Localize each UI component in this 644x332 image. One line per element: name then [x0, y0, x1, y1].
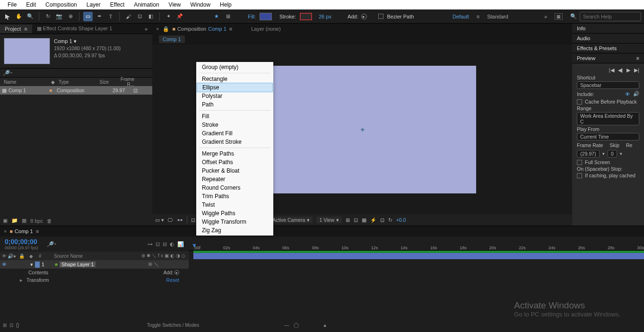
menu-layer[interactable]: Layer	[82, 0, 105, 9]
col-source[interactable]: Source Name	[54, 253, 83, 259]
panel-menu-icon[interactable]: ≡	[24, 26, 27, 32]
close-tab-icon[interactable]: ×	[156, 26, 159, 32]
ctx-item-gradient-fill[interactable]: Gradient Fill	[196, 129, 273, 138]
time-ruler[interactable]: ▼ :00f 02s 04s 06s 08s 10s 12s 14s 16s 1…	[189, 236, 644, 251]
layer-name[interactable]: Shape Layer 1	[60, 262, 96, 267]
tab-effect-controls[interactable]: ▦ Effect Controls Shape Layer 1	[32, 24, 117, 33]
lock-icon[interactable]: 🔒	[19, 253, 25, 259]
ifcaching-checkbox[interactable]	[577, 173, 582, 178]
col-type[interactable]: Type	[57, 79, 92, 85]
tab-project[interactable]: Project ≡	[0, 25, 32, 33]
stroke-swatch[interactable]	[300, 13, 312, 20]
ctx-item-group-empty-[interactable]: Group (empty)	[196, 63, 273, 71]
rectangle-tool[interactable]: ▭	[83, 12, 93, 21]
ctx-item-path[interactable]: Path	[196, 100, 273, 109]
label-col[interactable]: ◆	[29, 253, 39, 259]
refresh-icon[interactable]: ↻	[388, 217, 392, 223]
selection-tool[interactable]	[3, 12, 12, 21]
panel-menu-icon[interactable]: ≡	[636, 55, 639, 61]
graph-editor-icon[interactable]: 📊	[177, 241, 184, 247]
ctx-item-wiggle-paths[interactable]: Wiggle Paths	[196, 209, 273, 218]
toggle-icon[interactable]: ⊡	[9, 323, 13, 328]
col-size[interactable]: Size	[92, 79, 111, 85]
ctx-item-merge-paths[interactable]: Merge Paths	[196, 149, 273, 158]
ctx-item-round-corners[interactable]: Round Corners	[196, 183, 273, 192]
comp-tab-name[interactable]: Comp 1	[208, 26, 226, 32]
grid-icon[interactable]: ⊞	[223, 12, 233, 21]
roto-tool[interactable]: ✦	[164, 12, 173, 21]
lock-icon[interactable]: 🔒	[163, 26, 169, 32]
comp-breadcrumb[interactable]: Comp 1	[159, 35, 185, 43]
menu-effect[interactable]: Effect	[105, 0, 129, 9]
expand-icon[interactable]: ⊞	[3, 323, 7, 328]
playfrom-select[interactable]: Current Time	[577, 133, 639, 140]
menu-window[interactable]: Window	[185, 0, 215, 9]
zoom-tool[interactable]: 🔍	[26, 12, 35, 21]
workspace-default[interactable]: Default	[453, 14, 469, 19]
fast-preview-icon[interactable]: ⚡	[370, 217, 376, 223]
panel-preview[interactable]: Preview≡	[572, 53, 644, 63]
audio-toggle-icon[interactable]: 🔊	[8, 253, 13, 259]
ctx-item-trim-paths[interactable]: Trim Paths	[196, 192, 273, 201]
ctx-item-wiggle-transform[interactable]: Wiggle Transform	[196, 218, 273, 226]
play-icon[interactable]: ▶	[627, 67, 630, 73]
puppet-tool[interactable]: 📌	[175, 12, 184, 21]
frame-blend-icon[interactable]: ⊟	[163, 241, 167, 247]
panel-menu-icon[interactable]: ≡	[36, 228, 39, 234]
layer-search[interactable]: 🔎⁃	[47, 241, 56, 247]
motion-blur-icon[interactable]: ◐	[170, 241, 174, 247]
transform-group[interactable]: Transform	[26, 277, 49, 283]
close-tab-icon[interactable]: ×	[4, 228, 7, 234]
search-input[interactable]	[580, 12, 641, 21]
menu-help[interactable]: Help	[215, 0, 236, 9]
col-name[interactable]: Name	[2, 79, 49, 85]
star-icon[interactable]: ★	[212, 12, 221, 21]
av-toggle-icon[interactable]: 👁	[2, 253, 8, 259]
toggle-switches-button[interactable]: Toggle Switches / Modes	[147, 323, 200, 328]
layer-switches[interactable]: ⊕＼	[148, 261, 187, 268]
cache-checkbox[interactable]	[577, 99, 582, 105]
bezier-checkbox[interactable]	[378, 14, 383, 19]
ctx-item-pucker-bloat[interactable]: Pucker & Bloat	[196, 166, 273, 175]
pan-behind-tool[interactable]: ⊕	[66, 12, 75, 21]
menu-view[interactable]: View	[164, 0, 186, 9]
camera-select[interactable]: Active Camera ▾	[270, 217, 313, 223]
reset-button[interactable]: Reset	[166, 277, 179, 283]
current-time[interactable]: 0;00;00;00	[1, 238, 42, 245]
fullscreen-checkbox[interactable]	[577, 160, 582, 165]
brush-tool[interactable]: 🖌	[123, 12, 133, 21]
menu-edit[interactable]: Edit	[21, 0, 41, 9]
timeline-icon[interactable]: ⊡	[380, 217, 384, 223]
col-tag-icon[interactable]: ◆	[49, 79, 57, 85]
pen-tool[interactable]: ✒	[95, 12, 104, 21]
panel-icon[interactable]: ▦	[555, 13, 563, 20]
pixel-aspect-icon[interactable]: ▦	[362, 217, 366, 223]
exposure-value[interactable]: +0.0	[396, 217, 406, 223]
workspace-standard[interactable]: Standard	[487, 14, 508, 19]
ctx-item-fill[interactable]: Fill	[196, 112, 273, 121]
mask-icon[interactable]: ⊡	[191, 217, 195, 223]
zoom-slider[interactable]: ◯	[294, 323, 299, 328]
ctx-item-gradient-stroke[interactable]: Gradient Stroke	[196, 138, 273, 146]
project-search[interactable]: 🔎⁃	[0, 68, 152, 78]
include-audio-icon[interactable]: 🔊	[633, 91, 639, 97]
project-row-comp1[interactable]: ▦ Comp 1 ■ Composition 29.97 ⊡	[0, 86, 152, 95]
visibility-toggle[interactable]: 👁	[2, 262, 8, 267]
zoom-in-icon[interactable]: ▲	[322, 323, 327, 328]
framerate-select[interactable]: (29.97)	[577, 150, 600, 157]
comp-name[interactable]: Comp 1 ▾	[54, 38, 121, 45]
draft3d-icon[interactable]: ⊡	[156, 241, 160, 247]
overflow-icon[interactable]: »	[544, 14, 547, 19]
bpc-button[interactable]: 8 bpc	[30, 218, 43, 224]
ctx-item-offset-paths[interactable]: Offset Paths	[196, 158, 273, 166]
include-video-icon[interactable]: 👁	[625, 91, 630, 97]
prev-frame-icon[interactable]: ◀|	[618, 67, 623, 73]
share-icon[interactable]: ⊞	[346, 217, 350, 223]
shy-icon[interactable]: ⊶	[148, 241, 153, 247]
layer-bar[interactable]	[193, 251, 644, 259]
resolution-icon[interactable]: 🖵	[168, 217, 173, 223]
ctx-item-zig-zag[interactable]: Zig Zag	[196, 226, 273, 235]
trash-icon[interactable]: 🗑	[47, 218, 52, 224]
alpha-icon[interactable]: 👓	[177, 217, 183, 223]
view-select[interactable]: 1 View ▾	[316, 217, 341, 223]
